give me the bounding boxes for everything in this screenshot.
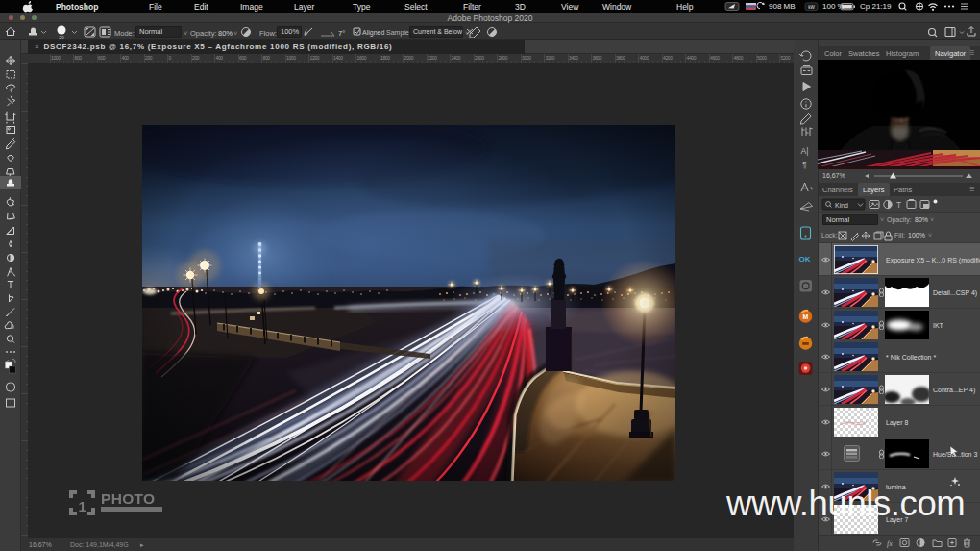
svg-text:A|: A| [801, 146, 809, 156]
svg-text:PHOTO: PHOTO [101, 490, 155, 507]
svg-text:M: M [803, 313, 809, 320]
svg-text:1: 1 [79, 498, 86, 514]
svg-text:kW: kW [808, 5, 815, 10]
svg-text:¶: ¶ [802, 160, 807, 169]
svg-text:T: T [896, 200, 901, 210]
svg-text:20: 20 [59, 35, 64, 40]
svg-text:Kind: Kind [835, 202, 848, 209]
svg-text:OK: OK [799, 255, 811, 263]
svg-text:fx: fx [887, 539, 893, 548]
